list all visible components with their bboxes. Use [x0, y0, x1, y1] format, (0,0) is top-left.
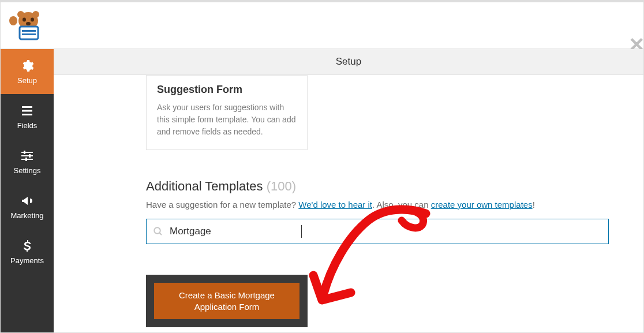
svg-rect-9	[22, 33, 36, 35]
template-card-suggestion[interactable]: Suggestion Form Ask your users for sugge…	[146, 75, 308, 150]
sidebar-item-fields[interactable]: Fields	[1, 94, 54, 139]
dollar-icon	[20, 239, 34, 253]
card-desc: Ask your users for suggestions with this…	[157, 102, 297, 138]
content-area: Suggestion Form Ask your users for sugge…	[54, 75, 643, 332]
tab-bar: Setup	[54, 49, 643, 75]
sidebar-item-setup[interactable]: Setup	[1, 49, 54, 94]
link-suggestion[interactable]: We'd love to hear it	[298, 200, 372, 209]
svg-rect-10	[22, 106, 32, 108]
search-result: Create a Basic Mortgage Application Form	[146, 275, 308, 327]
sidebar-item-label: Setup	[17, 76, 37, 85]
card-title: Suggestion Form	[157, 84, 297, 96]
sidebar: Setup Fields Settings Marketing Payments	[1, 49, 54, 332]
sidebar-item-settings[interactable]: Settings	[1, 139, 54, 184]
sidebar-item-label: Settings	[14, 166, 41, 175]
svg-rect-8	[22, 30, 36, 32]
link-create-own[interactable]: create your own templates	[431, 200, 533, 209]
svg-rect-7	[20, 27, 38, 39]
sidebar-item-label: Payments	[10, 256, 44, 265]
svg-rect-17	[29, 154, 31, 158]
svg-rect-14	[21, 155, 33, 156]
bullhorn-icon	[20, 194, 34, 208]
sub-suffix: !	[533, 200, 535, 209]
svg-point-4	[17, 11, 24, 18]
app-logo	[6, 9, 44, 42]
top-header: ✕	[1, 1, 643, 49]
list-icon	[20, 104, 34, 118]
tab-setup[interactable]: Setup	[336, 56, 361, 68]
additional-templates-section: Additional Templates (100) Have a sugges…	[146, 179, 609, 244]
template-search-input[interactable]	[146, 219, 609, 244]
svg-point-6	[9, 16, 17, 25]
sidebar-item-label: Marketing	[10, 211, 43, 220]
sub-prefix: Have a suggestion for a new template?	[146, 200, 298, 209]
svg-rect-13	[21, 152, 33, 153]
section-count: (100)	[267, 179, 296, 193]
search-icon	[153, 226, 163, 237]
section-title: Additional Templates (100)	[146, 179, 609, 194]
svg-rect-12	[22, 114, 32, 115]
gear-icon	[20, 59, 34, 73]
svg-line-20	[159, 233, 162, 235]
svg-point-3	[26, 22, 31, 25]
search-wrap	[146, 219, 609, 244]
svg-point-1	[23, 18, 26, 22]
svg-point-5	[32, 11, 39, 18]
sliders-icon	[20, 149, 34, 163]
sub-mid: . Also, you can	[372, 200, 431, 209]
svg-point-19	[154, 227, 160, 234]
section-title-text: Additional Templates	[146, 179, 263, 193]
section-subtitle: Have a suggestion for a new template? We…	[146, 200, 609, 209]
svg-rect-11	[22, 110, 32, 111]
text-caret	[301, 225, 302, 238]
sidebar-item-label: Fields	[17, 121, 38, 130]
create-template-button[interactable]: Create a Basic Mortgage Application Form	[154, 283, 299, 319]
svg-point-2	[31, 18, 34, 22]
main-panel: Setup Suggestion Form Ask your users for…	[54, 49, 643, 332]
svg-rect-18	[25, 158, 27, 161]
sidebar-item-payments[interactable]: Payments	[1, 229, 54, 274]
svg-rect-16	[24, 151, 25, 154]
sidebar-item-marketing[interactable]: Marketing	[1, 184, 54, 229]
